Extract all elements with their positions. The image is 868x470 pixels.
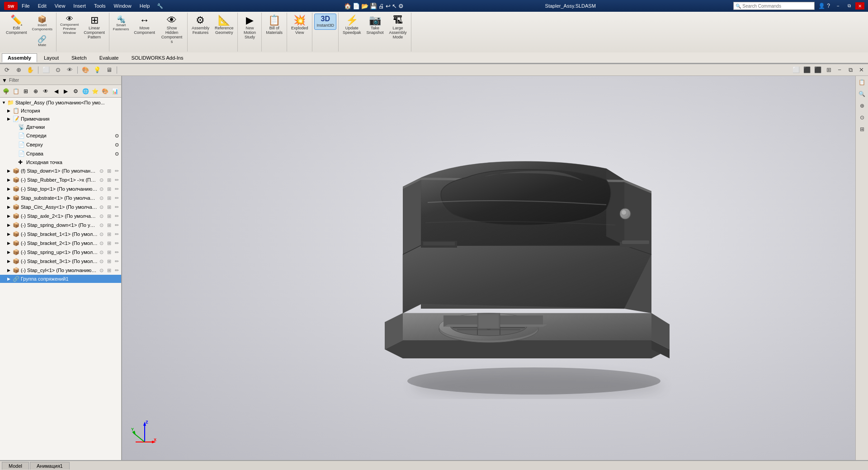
tree-item-history[interactable]: ▶ 📋 История — [0, 107, 121, 115]
viewport-max-btn[interactable]: ⧉ — [845, 66, 855, 75]
search-box[interactable]: 🔍 — [733, 2, 815, 10]
menu-tools[interactable]: Tools — [90, 2, 109, 10]
menu-edit[interactable]: Edit — [34, 2, 50, 10]
bill-of-materials-btn[interactable]: 📋 Bill ofMaterials — [264, 14, 285, 37]
tab-assembly[interactable]: Assembly — [2, 53, 37, 62]
property-manager-btn[interactable]: 📋 — [12, 86, 21, 96]
tree-item-origin[interactable]: ✚ Исходная точка — [0, 158, 121, 166]
tree-item-stap-spring-up[interactable]: ▶ 📦 (-) Stap_spring_up<1> (По умолча... … — [0, 248, 121, 257]
view-orientation-btn[interactable]: ⬜ — [41, 66, 51, 75]
save-btn[interactable]: 💾 — [370, 3, 377, 9]
minimize-btn[interactable]: − — [834, 2, 843, 9]
tree-item-top[interactable]: 📄 Сверху ⊙ — [0, 140, 121, 149]
menu-view[interactable]: View — [51, 2, 69, 10]
tree-item-stap-bracket3[interactable]: ▶ 📦 (-) Stap_bracket_3<1> (По умолча... … — [0, 257, 121, 266]
tree-item-stap-cyl[interactable]: ▶ 📦 (-) Stap_cyl<1> (По умолчанию<<... ⊙… — [0, 266, 121, 275]
viewport-min-btn[interactable]: − — [835, 66, 844, 75]
edit-component-btn[interactable]: ✏️ EditComponent — [4, 14, 29, 37]
search-input[interactable] — [742, 4, 810, 9]
new-btn[interactable]: 📄 — [353, 3, 360, 9]
move-component-btn[interactable]: ↔ MoveComponent — [132, 14, 157, 37]
tree-item-front[interactable]: 📄 Спереди ⊙ — [0, 131, 121, 140]
show-hidden-components-btn[interactable]: 👁 ShowHiddenComponents — [158, 14, 185, 46]
menu-help[interactable]: Help — [136, 2, 154, 10]
zoom-to-fit-btn[interactable]: ⊕ — [14, 66, 24, 75]
tree-item-sensors[interactable]: 📡 Датчики — [0, 123, 121, 131]
print-btn[interactable]: 🖨 — [378, 3, 384, 9]
mate-btn[interactable]: 🔗 Mate — [30, 33, 54, 49]
split-h-btn[interactable]: ⬛ — [802, 66, 812, 75]
split-v-btn[interactable]: ⬛ — [813, 66, 823, 75]
tab-sketch[interactable]: Sketch — [66, 53, 93, 62]
tree-item-stap-bracket2[interactable]: ▶ 📦 (-) Stap_bracket_2<1> (По умолча... … — [0, 239, 121, 248]
root-expander[interactable]: ▼ — [2, 100, 7, 105]
bottom-tab-model[interactable]: Model — [2, 462, 29, 470]
right-panel-btn1[interactable]: 📋 — [857, 77, 868, 88]
instant3d-btn[interactable]: 3D Instant3D — [314, 14, 336, 30]
home-btn[interactable]: 🏠 — [344, 3, 351, 9]
menu-insert[interactable]: Insert — [70, 2, 90, 10]
right-panel-btn2[interactable]: 🔍 — [857, 89, 868, 99]
tree-item-stap-substrate[interactable]: ▶ 📦 Stap_substrate<1> (По умолчанию... ⊙… — [0, 193, 121, 202]
menu-file[interactable]: File — [18, 2, 33, 10]
tree-item-stap-rubber[interactable]: ▶ 📦 (-) Stap_Rubber_Top<1> ->x (По у... … — [0, 175, 121, 184]
tree-item-stap-bracket1[interactable]: ▶ 📦 (-) Stap_bracket_1<1> (По умолча... … — [0, 230, 121, 239]
close-btn[interactable]: ✕ — [855, 2, 864, 9]
right-panel-btn5[interactable]: ⊞ — [857, 124, 868, 135]
display-style-btn[interactable]: ⊙ — [53, 66, 63, 75]
hide-show-btn[interactable]: 👁 — [65, 66, 75, 75]
expand-toolbar-btn[interactable]: 🔧 — [154, 2, 166, 10]
large-assembly-mode-btn[interactable]: 🏗 LargeAssemblyMode — [387, 14, 409, 42]
smart-fasteners-btn[interactable]: 🔩 SmartFasteners — [111, 14, 131, 33]
options-btn[interactable]: ⚙ — [398, 3, 404, 9]
tree-options-btn[interactable]: ⚙ — [71, 86, 80, 96]
tree-item-stap-axle2[interactable]: ▶ 📦 (-) Stap_axle_2<1> (По умолчанию... … — [0, 212, 121, 221]
rotate-view-btn[interactable]: ⟳ — [2, 66, 12, 75]
feature-manager-btn[interactable]: 🌳 — [2, 86, 11, 96]
tab-addins[interactable]: SOLIDWORKS Add-Ins — [125, 53, 189, 62]
component-preview-btn[interactable]: 👁 ComponentPreviewWindow — [58, 14, 80, 36]
tree-root-item[interactable]: ▼ 📁 Stapler_Assy (По умолчанию<По умо... — [0, 99, 121, 107]
forward-btn[interactable]: ▶ — [61, 86, 71, 96]
reference-geometry-btn[interactable]: 📐 ReferenceGeometry — [212, 14, 236, 37]
viewport-close-btn[interactable]: ✕ — [856, 66, 866, 75]
custom-btn[interactable]: 📊 — [110, 86, 119, 96]
edit-appearance-btn[interactable]: 🎨 — [80, 66, 90, 75]
appearance-btn[interactable]: 🎨 — [101, 86, 110, 96]
notes-expander[interactable]: ▶ — [7, 117, 13, 121]
display-manager-btn[interactable]: 👁 — [41, 86, 50, 96]
take-snapshot-btn[interactable]: 📷 TakeSnapshot — [364, 14, 386, 37]
user-icon[interactable]: 👤 — [818, 3, 825, 9]
tree-item-notes[interactable]: ▶ 📝 Примечания — [0, 115, 121, 123]
favorites-btn[interactable]: ⭐ — [91, 86, 100, 96]
open-btn[interactable]: 📂 — [361, 3, 368, 9]
tab-layout[interactable]: Layout — [38, 53, 65, 62]
tree-item-stap-circ[interactable]: ▶ 📦 Stap_Circ_Assy<1> (По умолчани... ⊙ … — [0, 202, 121, 212]
linear-component-pattern-btn[interactable]: ⊞ LinearComponentPattern — [81, 14, 107, 42]
right-panel-btn3[interactable]: ⊕ — [857, 100, 868, 111]
tab-evaluate[interactable]: Evaluate — [94, 53, 125, 62]
menu-window[interactable]: Window — [110, 2, 135, 10]
tree-item-mates-group[interactable]: ▶ 🔗 Группа сопряжений1 — [0, 275, 121, 283]
viewport[interactable]: Z X Y — [122, 76, 855, 460]
tree-item-stap-down[interactable]: ▶ 📦 (f) Stap_down<1> (По умолчанию... ⊙ … — [0, 166, 121, 175]
insert-components-btn[interactable]: 📦 InsertComponents — [30, 14, 54, 33]
quad-btn[interactable]: ⊞ — [824, 66, 834, 75]
bottom-tab-animation[interactable]: Анимация1 — [30, 462, 70, 470]
right-panel-btn4[interactable]: ⊙ — [857, 112, 868, 123]
tree-item-right[interactable]: 📄 Справа ⊙ — [0, 149, 121, 158]
history-expander[interactable]: ▶ — [7, 108, 13, 113]
config-manager-btn[interactable]: ⊞ — [21, 86, 30, 96]
pan-btn[interactable]: ✋ — [25, 66, 35, 75]
update-speedpak-btn[interactable]: ⚡ UpdateSpeedpak — [340, 14, 363, 37]
normal-view-btn[interactable]: ⬜ — [791, 66, 801, 75]
exploded-view-btn[interactable]: 💥 ExplodedView — [289, 14, 311, 37]
select-btn[interactable]: ↖ — [392, 3, 397, 9]
tree-item-stap-top[interactable]: ▶ 📦 (-) Stap_top<1> (По умолчанию<<... ⊙… — [0, 184, 121, 193]
restore-btn[interactable]: ⧉ — [844, 2, 854, 9]
new-motion-study-btn[interactable]: ▶ NewMotionStudy — [240, 14, 259, 42]
tree-item-stap-spring-down[interactable]: ▶ 📦 (-) Stap_spring_down<1> (По умол... … — [0, 221, 121, 230]
dim-expert-btn[interactable]: ⊕ — [31, 86, 40, 96]
back-btn[interactable]: ◀ — [52, 86, 61, 96]
fly-out-btn[interactable]: 🌐 — [81, 86, 90, 96]
